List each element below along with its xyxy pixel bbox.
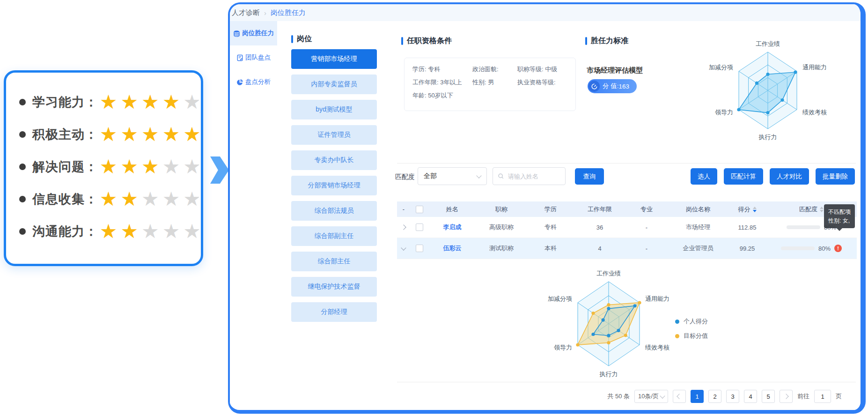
cell-value: 企业管理员 <box>683 244 714 253</box>
goto-page-input[interactable] <box>814 390 831 403</box>
qualification-card: 学历: 专科政治面貌:职称等级: 中级工作年限: 3年以上性别: 男执业资格等级… <box>404 58 576 111</box>
page-button-1[interactable]: 1 <box>691 390 704 403</box>
radar-data-point <box>794 70 797 74</box>
qualification-field: 学历: 专科 <box>412 65 472 74</box>
star-rating: ★★★★★ <box>100 92 201 112</box>
page-button-4[interactable]: 4 <box>744 390 757 403</box>
candidates-table: -姓名职称学历工作年限专业岗位名称得分匹配度李启成高级职称专科36-市场经理11… <box>397 201 857 259</box>
cell-value: 高级职称 <box>489 223 514 231</box>
job-list-item[interactable]: 综合部主任 <box>291 252 377 271</box>
header-label: 岗位名称 <box>686 205 710 214</box>
expand-toggle[interactable] <box>397 225 410 229</box>
bullet-icon <box>19 196 26 202</box>
header-cell-name: 姓名 <box>429 205 476 214</box>
sidebar-item-3[interactable]: 盘点分析 <box>230 70 277 94</box>
table-row: 李启成高级职称专科36-市场经理112.8580% <box>397 217 857 238</box>
candidate-name-link[interactable]: 李启成 <box>443 223 462 231</box>
qualification-field: 性别: 男 <box>472 78 517 87</box>
job-list-item[interactable]: 综合部法规员 <box>291 201 377 221</box>
star-empty-icon: ★ <box>183 189 201 209</box>
job-list-item[interactable]: 证件管理员 <box>291 125 377 145</box>
sort-carets-icon[interactable] <box>820 207 824 212</box>
sort-carets-icon[interactable] <box>753 207 757 212</box>
section-divider <box>397 163 856 164</box>
breadcrumb-item[interactable]: 岗位胜任力 <box>271 8 306 17</box>
header-label: 匹配度 <box>799 205 817 214</box>
bullet-icon <box>19 228 26 235</box>
database-icon <box>233 30 240 37</box>
qualification-row: 年龄: 50岁以下 <box>412 91 567 100</box>
radar-axis-label: 加减分项 <box>709 64 733 71</box>
job-list-item[interactable]: 分部经理 <box>291 302 377 322</box>
tooltip-line: 性别: 女, <box>828 216 851 225</box>
score-badge: 分 值: 163 <box>588 79 637 93</box>
header-checkbox-cell[interactable] <box>410 206 429 213</box>
qualification-field: 年龄: 50岁以下 <box>412 91 472 100</box>
sidebar-item-2[interactable]: 团队盘点 <box>230 45 277 70</box>
batch-delete-button[interactable]: 批量删除 <box>816 168 855 185</box>
breadcrumb-item[interactable]: 人才诊断 <box>232 8 260 17</box>
name-search-field[interactable] <box>493 167 566 185</box>
chevron-down-icon <box>660 393 665 398</box>
cell-score: 99.25 <box>728 245 766 252</box>
star-empty-icon: ★ <box>183 92 201 112</box>
select-people-button[interactable]: 选人 <box>691 168 717 185</box>
page-size-value: 10条/页 <box>638 392 659 401</box>
job-list-item[interactable]: 营销部市场经理 <box>291 49 377 69</box>
mismatch-tooltip: 不匹配项 性别: 女, <box>824 204 855 228</box>
match-compute-button[interactable]: 匹配计算 <box>724 168 763 185</box>
sidebar-item-1[interactable]: 岗位胜任力 <box>230 21 277 45</box>
breadcrumb: 人才诊断›岗位胜任力 <box>230 4 861 21</box>
star-filled-icon: ★ <box>100 125 118 144</box>
competency-section-head: 胜任力标准 <box>585 36 628 46</box>
job-list-item[interactable]: 继电保护技术监督 <box>291 277 377 297</box>
talent-compare-button[interactable]: 人才对比 <box>770 168 809 185</box>
job-list-item[interactable]: byd测试模型 <box>291 100 377 119</box>
checkbox[interactable] <box>416 223 423 231</box>
job-list-item[interactable]: 分部营销市场经理 <box>291 176 377 195</box>
radar-data-point <box>737 108 740 111</box>
page-size-select[interactable]: 10条/页 <box>634 390 668 403</box>
star-rating: ★★★★★ <box>100 125 201 144</box>
radar-data-point <box>607 307 610 310</box>
header-label: 专业 <box>640 205 653 214</box>
star-filled-icon: ★ <box>100 92 118 112</box>
checkbox[interactable] <box>416 245 423 252</box>
expand-toggle[interactable] <box>397 247 410 250</box>
row-checkbox-cell[interactable] <box>410 245 429 252</box>
competency-title: 胜任力标准 <box>591 36 628 46</box>
cell-edu: 本科 <box>527 244 574 253</box>
candidate-name-link[interactable]: 伍彩云 <box>443 244 462 253</box>
job-list-item[interactable]: 综合部副主任 <box>291 226 377 246</box>
star-filled-icon: ★ <box>141 157 159 177</box>
match-percent: 80% <box>818 245 831 252</box>
checkbox[interactable] <box>416 206 423 213</box>
radar-axis-label: 通用能力 <box>802 64 827 71</box>
skill-row: 解决问题：★★★★★ <box>6 150 201 183</box>
goto-unit: 页 <box>836 392 842 401</box>
legend-item: 个人得分 <box>675 317 708 326</box>
header-cell-major: 专业 <box>625 205 668 214</box>
qualification-field <box>517 91 567 100</box>
cell-value: 99.25 <box>740 245 755 252</box>
alert-icon[interactable]: ! <box>834 245 842 252</box>
radar-axis-label: 绩效考核 <box>802 109 827 116</box>
radar-data-point <box>602 318 605 321</box>
page-button-2[interactable]: 2 <box>708 390 721 403</box>
radar-axis-label: 通用能力 <box>645 295 669 302</box>
radar-data-point <box>755 82 758 85</box>
job-list-item[interactable]: 内部专卖监督员 <box>291 74 377 94</box>
qualification-field <box>472 91 517 100</box>
match-filter-select[interactable]: 全部 <box>418 167 487 185</box>
query-button[interactable]: 查询 <box>575 168 604 185</box>
row-checkbox-cell[interactable] <box>410 223 429 231</box>
prev-page-button[interactable] <box>673 390 686 403</box>
next-page-button[interactable] <box>780 390 793 403</box>
page-button-5[interactable]: 5 <box>762 390 775 403</box>
pie-chart-icon <box>236 79 243 86</box>
radar-data-point <box>633 304 637 307</box>
page-button-3[interactable]: 3 <box>726 390 739 403</box>
job-list-item[interactable]: 专卖办中队长 <box>291 150 377 170</box>
name-search-input[interactable] <box>507 172 560 180</box>
collapse-all-cell[interactable]: - <box>397 206 410 213</box>
